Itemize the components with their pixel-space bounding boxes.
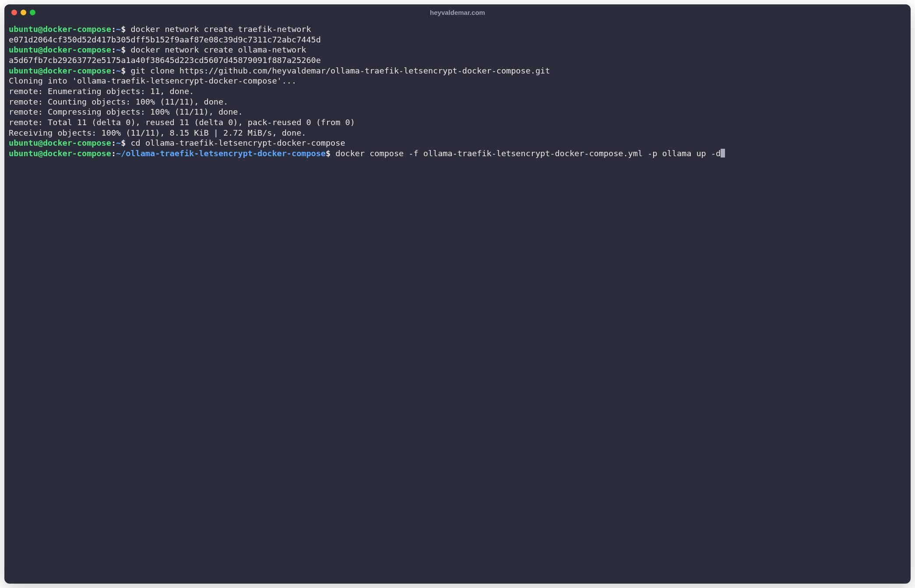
minimize-icon[interactable] [21,10,26,15]
prompt-dollar: $ [121,24,126,34]
command-text: git clone https://github.com/heyvaldemar… [126,66,550,75]
prompt-colon: : [111,149,116,158]
prompt-host: docker-compose [43,138,111,147]
prompt-path: ~ [116,138,121,147]
prompt-colon: : [111,66,116,75]
output-text: remote: Enumerating objects: 11, done. [9,87,194,96]
command-text: docker network create traefik-network [126,24,311,34]
prompt-user: ubuntu [9,24,38,34]
prompt-host: docker-compose [43,149,111,158]
prompt-host: docker-compose [43,24,111,34]
prompt-host: docker-compose [43,66,111,75]
prompt-user: ubuntu [9,149,38,158]
output-text: remote: Total 11 (delta 0), reused 11 (d… [9,118,355,127]
prompt-at: @ [38,138,43,147]
prompt-colon: : [111,24,116,34]
output-text: remote: Counting objects: 100% (11/11), … [9,97,228,106]
prompt-path: ~/ollama-traefik-letsencrypt-docker-comp… [116,149,326,158]
command-text: docker network create ollama-network [126,45,306,54]
output-text: Cloning into 'ollama-traefik-letsencrypt… [9,76,296,85]
output-text: remote: Compressing objects: 100% (11/11… [9,107,243,116]
prompt-colon: : [111,45,116,54]
output-text: Receiving objects: 100% (11/11), 8.15 Ki… [9,128,306,137]
command-text: cd ollama-traefik-letsencrypt-docker-com… [126,138,345,147]
title-bar: heyvaldemar.com [4,4,911,21]
prompt-path: ~ [116,45,121,54]
prompt-path: ~ [116,24,121,34]
prompt-at: @ [38,149,43,158]
prompt-at: @ [38,24,43,34]
prompt-dollar: $ [121,66,126,75]
prompt-dollar: $ [326,149,331,158]
output-text: a5d67fb7cb29263772e5175a1a40f38645d223cd… [9,56,321,65]
prompt-at: @ [38,45,43,54]
prompt-user: ubuntu [9,66,38,75]
terminal-body[interactable]: ubuntu@docker-compose:~$ docker network … [4,21,911,584]
prompt-path: ~ [116,66,121,75]
prompt-dollar: $ [121,45,126,54]
close-icon[interactable] [11,10,17,15]
prompt-user: ubuntu [9,138,38,147]
prompt-at: @ [38,66,43,75]
terminal-window: heyvaldemar.com ubuntu@docker-compose:~$… [4,4,911,584]
prompt-user: ubuntu [9,45,38,54]
prompt-host: docker-compose [43,45,111,54]
prompt-colon: : [111,138,116,147]
prompt-dollar: $ [121,138,126,147]
cursor-icon [721,149,725,158]
command-text: docker compose -f ollama-traefik-letsenc… [331,149,721,158]
window-title: heyvaldemar.com [430,9,485,16]
traffic-lights [11,10,35,15]
maximize-icon[interactable] [30,10,35,15]
output-text: e071d2064cf350d52d417b305dff5b152f9aaf87… [9,35,321,44]
